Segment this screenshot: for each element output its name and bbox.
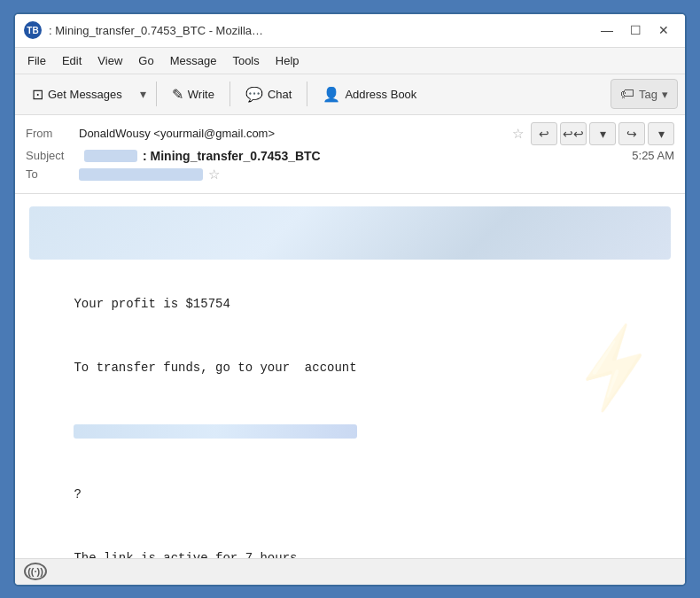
from-value: DonaldWousy <yourmail@gmail.com> xyxy=(79,127,507,140)
write-label: Write xyxy=(188,88,214,101)
tag-dropdown-icon: ▾ xyxy=(662,88,668,101)
blurred-inline-link xyxy=(74,424,357,439)
title-bar: TB : Mining_transfer_0.7453_BTC - Mozill… xyxy=(15,14,685,48)
to-row: To ☆ xyxy=(26,167,674,183)
tag-icon: 🏷 xyxy=(620,86,634,102)
window-title: : Mining_transfer_0.7453_BTC - Mozilla… xyxy=(49,24,595,37)
minimize-button[interactable]: — xyxy=(595,20,619,40)
toolbar-sep-3 xyxy=(307,82,307,106)
main-window: TB : Mining_transfer_0.7453_BTC - Mozill… xyxy=(13,12,687,586)
tag-label: Tag xyxy=(639,88,657,101)
body-line1: Your profit is $15754 xyxy=(74,297,229,311)
chat-button[interactable]: 💬 Chat xyxy=(236,79,301,109)
body-line2: To transfer funds, go to your account xyxy=(74,361,356,375)
from-star-icon[interactable]: ☆ xyxy=(512,126,524,142)
get-messages-button[interactable]: ⊡ Get Messages xyxy=(22,79,132,109)
connection-status-icon: ((·)) xyxy=(24,563,47,580)
to-label: To xyxy=(26,167,79,181)
status-icon-label: ((·)) xyxy=(27,566,43,577)
chat-icon: 💬 xyxy=(245,86,263,103)
menu-file[interactable]: File xyxy=(20,51,53,70)
close-button[interactable]: ✕ xyxy=(651,20,676,40)
get-messages-dropdown[interactable]: ▾ xyxy=(136,79,151,109)
forward-button[interactable]: ↪ xyxy=(618,122,645,145)
body-line5: The link is active for 7 hours xyxy=(74,551,297,558)
subject-redacted xyxy=(84,150,137,162)
toolbar: ⊡ Get Messages ▾ ✎ Write 💬 Chat 👤 Addres… xyxy=(15,74,685,115)
subject-row: Subject : Mining_transfer_0.7453_BTC 5:2… xyxy=(26,149,674,163)
menu-edit[interactable]: Edit xyxy=(55,51,89,70)
actions-dropdown-button[interactable]: ▾ xyxy=(648,122,674,145)
chat-label: Chat xyxy=(268,88,292,101)
menu-message[interactable]: Message xyxy=(163,51,224,70)
body-text: Your profit is $15754 To transfer funds,… xyxy=(29,274,671,558)
app-icon: TB xyxy=(24,21,42,39)
write-icon: ✎ xyxy=(172,86,183,103)
address-book-label: Address Book xyxy=(345,88,416,101)
email-body: ⚡ Your profit is $15754 To transfer fund… xyxy=(15,194,685,558)
menu-go[interactable]: Go xyxy=(131,51,160,70)
maximize-button[interactable]: ☐ xyxy=(623,20,648,40)
toolbar-sep-1 xyxy=(156,82,157,106)
get-messages-label: Get Messages xyxy=(48,88,122,101)
body-line4: ? xyxy=(74,487,81,501)
subject-label: Subject xyxy=(26,149,79,162)
subject-value: : Mining_transfer_0.7453_BTC xyxy=(143,149,321,163)
menu-view[interactable]: View xyxy=(90,51,129,70)
address-book-button[interactable]: 👤 Address Book xyxy=(313,79,426,109)
toolbar-sep-2 xyxy=(229,82,230,106)
status-bar: ((·)) xyxy=(15,558,685,585)
reply-button[interactable]: ↩ xyxy=(531,122,557,145)
menu-tools[interactable]: Tools xyxy=(225,51,266,70)
email-time: 5:25 AM xyxy=(632,149,674,162)
reply-all-button[interactable]: ↩↩ xyxy=(560,122,587,145)
get-messages-icon: ⊡ xyxy=(32,86,43,103)
to-star-icon[interactable]: ☆ xyxy=(208,167,220,183)
email-header: From DonaldWousy <yourmail@gmail.com> ☆ … xyxy=(15,115,685,194)
more-dropdown-button[interactable]: ▾ xyxy=(589,122,616,145)
to-redacted xyxy=(79,168,203,181)
menu-bar: File Edit View Go Message Tools Help xyxy=(15,48,685,74)
from-row: From DonaldWousy <yourmail@gmail.com> ☆ … xyxy=(26,122,674,145)
email-action-buttons: ↩ ↩↩ ▾ ↪ ▾ xyxy=(531,122,674,145)
from-label: From xyxy=(26,127,79,140)
write-button[interactable]: ✎ Write xyxy=(162,79,224,109)
menu-help[interactable]: Help xyxy=(268,51,307,70)
address-book-icon: 👤 xyxy=(323,86,340,103)
window-controls: — ☐ ✕ xyxy=(595,20,676,40)
blurred-block-top xyxy=(29,206,671,260)
tag-button[interactable]: 🏷 Tag ▾ xyxy=(611,79,678,109)
